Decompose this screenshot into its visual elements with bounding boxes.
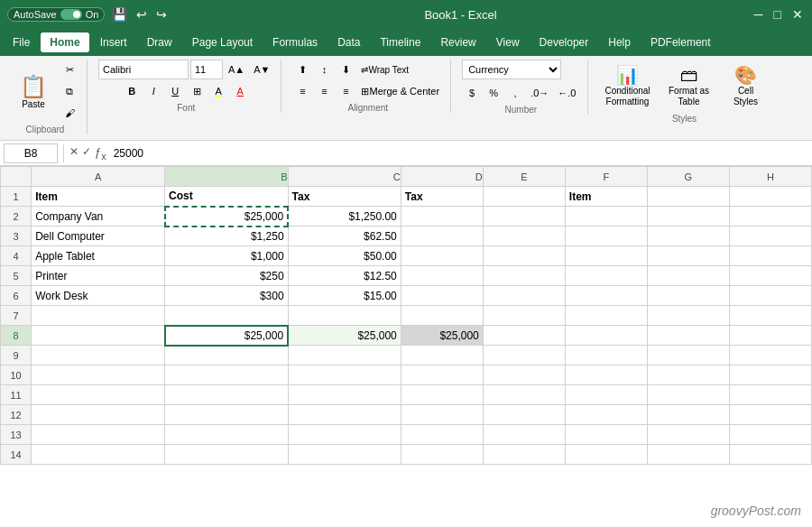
cell-e1[interactable] [483, 187, 565, 207]
align-center-button[interactable]: ≡ [314, 81, 334, 101]
cell-h5[interactable] [729, 266, 811, 286]
cell-f6[interactable] [565, 286, 647, 306]
cell-e2[interactable] [483, 207, 565, 227]
formula-insert-function-icon[interactable]: ƒx [95, 145, 106, 162]
cell-a1[interactable]: Item [32, 187, 165, 207]
cell-b2[interactable]: $25,000 [165, 207, 289, 227]
save-icon[interactable]: 💾 [110, 5, 129, 23]
cell-a6[interactable]: Work Desk [32, 286, 165, 306]
cell-f12[interactable] [565, 405, 647, 425]
cell-d3[interactable] [401, 227, 483, 246]
cell-b12[interactable] [165, 405, 289, 425]
close-icon[interactable]: ✕ [790, 5, 805, 23]
cell-h2[interactable] [729, 207, 811, 227]
cell-b6[interactable]: $300 [165, 286, 289, 306]
col-header-d[interactable]: D [401, 167, 483, 187]
row-header-9[interactable]: 9 [1, 346, 32, 365]
cell-a4[interactable]: Apple Tablet [32, 246, 165, 266]
formula-confirm-icon[interactable]: ✓ [82, 145, 91, 162]
font-name-input[interactable] [98, 60, 189, 79]
cell-a3[interactable]: Dell Computer [32, 227, 165, 246]
undo-icon[interactable]: ↩ [134, 5, 149, 23]
cell-h13[interactable] [729, 425, 811, 445]
cell-a5[interactable]: Printer [32, 266, 165, 286]
cell-e4[interactable] [483, 246, 565, 266]
cell-f14[interactable] [565, 445, 647, 465]
cell-h14[interactable] [729, 445, 811, 465]
decrease-decimal-button[interactable]: ←.0 [554, 83, 579, 103]
cell-f4[interactable] [565, 246, 647, 266]
menu-home[interactable]: Home [41, 32, 88, 52]
cell-h7[interactable] [729, 306, 811, 326]
cell-a13[interactable] [32, 425, 165, 445]
menu-page-layout[interactable]: Page Layout [183, 32, 262, 52]
cell-c1[interactable]: Tax [288, 187, 401, 207]
cell-d14[interactable] [401, 445, 483, 465]
italic-button[interactable]: I [143, 81, 163, 101]
cell-d10[interactable] [401, 365, 483, 385]
paste-button[interactable]: 📋 Paste [11, 69, 56, 114]
cell-b9[interactable] [165, 346, 289, 365]
cell-reference-input[interactable] [4, 143, 58, 163]
formula-input[interactable] [110, 147, 808, 160]
col-header-h[interactable]: H [729, 167, 811, 187]
percent-button[interactable]: % [484, 83, 503, 103]
cell-h4[interactable] [729, 246, 811, 266]
row-header-11[interactable]: 11 [1, 385, 32, 405]
currency-symbol-button[interactable]: $ [462, 83, 482, 103]
cell-a12[interactable] [32, 405, 165, 425]
cell-d8[interactable]: $25,000 [401, 326, 483, 346]
cell-f1[interactable]: Item [565, 187, 647, 207]
menu-insert[interactable]: Insert [91, 32, 136, 52]
cell-c7[interactable] [288, 306, 401, 326]
cell-d2[interactable] [401, 207, 483, 227]
cell-a8[interactable] [32, 326, 165, 346]
cell-h12[interactable] [729, 405, 811, 425]
cell-a2[interactable]: Company Van [32, 207, 165, 227]
menu-timeline[interactable]: Timeline [371, 32, 429, 52]
align-left-button[interactable]: ≡ [292, 81, 312, 101]
cell-f13[interactable] [565, 425, 647, 445]
cell-b10[interactable] [165, 365, 289, 385]
font-size-input[interactable] [190, 60, 223, 79]
align-middle-button[interactable]: ↕ [314, 60, 334, 79]
cell-g12[interactable] [647, 405, 729, 425]
row-header-12[interactable]: 12 [1, 405, 32, 425]
cell-f3[interactable] [565, 227, 647, 246]
cell-f8[interactable] [565, 326, 647, 346]
number-format-select[interactable]: Currency General Number Percentage Accou… [462, 60, 561, 79]
cell-c14[interactable] [288, 445, 401, 465]
align-right-button[interactable]: ≡ [336, 81, 355, 101]
cell-e8[interactable] [483, 326, 565, 346]
formula-cancel-icon[interactable]: ✕ [69, 145, 78, 162]
cell-f5[interactable] [565, 266, 647, 286]
row-header-3[interactable]: 3 [1, 227, 32, 246]
cell-c8[interactable]: $25,000 [288, 326, 401, 346]
cell-d7[interactable] [401, 306, 483, 326]
cell-d13[interactable] [401, 425, 483, 445]
cell-b13[interactable] [165, 425, 289, 445]
cell-h10[interactable] [729, 365, 811, 385]
row-header-14[interactable]: 14 [1, 445, 32, 465]
cell-g5[interactable] [647, 266, 729, 286]
cell-c10[interactable] [288, 365, 401, 385]
cell-f10[interactable] [565, 365, 647, 385]
cell-f11[interactable] [565, 385, 647, 405]
col-header-e[interactable]: E [483, 167, 565, 187]
cell-b14[interactable] [165, 445, 289, 465]
cell-b7[interactable] [165, 306, 289, 326]
menu-developer[interactable]: Developer [531, 32, 598, 52]
cell-d4[interactable] [401, 246, 483, 266]
cell-e6[interactable] [483, 286, 565, 306]
format-as-table-button[interactable]: 🗃 Format as Table [660, 60, 718, 112]
cell-h8[interactable] [729, 326, 811, 346]
menu-view[interactable]: View [487, 32, 529, 52]
cell-f9[interactable] [565, 346, 647, 365]
format-painter-button[interactable]: 🖌 [60, 103, 79, 123]
menu-file[interactable]: File [4, 32, 39, 52]
row-header-5[interactable]: 5 [1, 266, 32, 286]
font-size-decrease-button[interactable]: A▼ [250, 60, 273, 79]
row-header-7[interactable]: 7 [1, 306, 32, 326]
underline-button[interactable]: U [165, 81, 185, 101]
font-size-increase-button[interactable]: A▲ [225, 60, 248, 79]
